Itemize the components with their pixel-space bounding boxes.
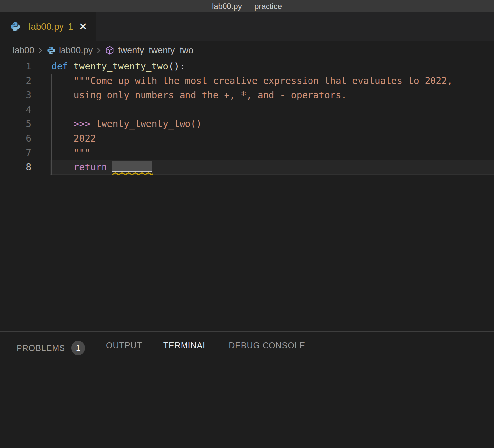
- code-line-4[interactable]: 4: [0, 103, 494, 117]
- vscode-window: lab00.py — practice lab00.py 1 ✕ lab00: [0, 0, 494, 448]
- code-line-3[interactable]: 3 using only numbers and the +, *, and -…: [0, 88, 494, 103]
- line-number: 7: [0, 147, 31, 158]
- tab-output-label: OUTPUT: [106, 341, 142, 350]
- line-number-active: 8: [0, 162, 31, 173]
- panel-tab-bar: PROBLEMS 1 OUTPUT TERMINAL DEBUG CONSOLE: [0, 332, 494, 361]
- tab-problem-count: 1: [68, 22, 73, 32]
- title-bar: lab00.py — practice: [0, 0, 494, 12]
- tab-debug-console-label: DEBUG CONSOLE: [229, 341, 305, 350]
- code-line-text: """Come up with the most creative expres…: [51, 75, 453, 86]
- code-line-text: >>> twenty_twenty_two(): [51, 118, 202, 129]
- line-number: 2: [0, 75, 31, 86]
- breadcrumb-symbol[interactable]: twenty_twenty_two: [105, 45, 193, 56]
- tab-filename: lab00.py: [29, 22, 64, 32]
- line-number: 6: [0, 133, 31, 144]
- python-icon: [10, 22, 21, 32]
- code-line-text: 2022: [51, 133, 96, 144]
- tab-output[interactable]: OUTPUT: [105, 332, 143, 356]
- code-line-1[interactable]: 1 def twenty_twenty_two():: [0, 59, 494, 74]
- symbol-cube-icon: [105, 45, 115, 55]
- problems-count-badge: 1: [71, 341, 85, 355]
- tab-terminal-label: TERMINAL: [163, 341, 208, 350]
- tab-problems[interactable]: PROBLEMS 1: [16, 332, 86, 361]
- window-title: lab00.py — practice: [212, 2, 282, 11]
- selection-placeholder-box: [112, 161, 152, 172]
- tab-lab00py[interactable]: lab00.py 1 ✕: [0, 12, 96, 41]
- python-icon: [47, 46, 56, 55]
- line-number: 5: [0, 118, 31, 129]
- code-line-6[interactable]: 6 2022: [0, 131, 494, 146]
- breadcrumb-file-label: lab00.py: [59, 45, 93, 56]
- breadcrumb-file[interactable]: lab00.py: [47, 45, 93, 56]
- chevron-right-icon: [37, 48, 42, 53]
- breadcrumb: lab00 lab00.py twenty_twenty_two: [0, 41, 494, 59]
- code-line-text: using only numbers and the +, *, and - o…: [51, 90, 347, 101]
- close-icon[interactable]: ✕: [79, 22, 87, 32]
- line-number: 3: [0, 90, 31, 101]
- breadcrumb-symbol-label: twenty_twenty_two: [118, 45, 193, 56]
- bottom-panel: PROBLEMS 1 OUTPUT TERMINAL DEBUG CONSOLE…: [0, 332, 494, 448]
- line-number: 4: [0, 104, 31, 115]
- code-line-7[interactable]: 7 """: [0, 146, 494, 160]
- code-line-5[interactable]: 5 >>> twenty_twenty_two(): [0, 117, 494, 131]
- code-line-text: def twenty_twenty_two():: [51, 61, 185, 72]
- code-line-text: return: [51, 162, 152, 173]
- code-line-text: """: [51, 147, 90, 158]
- warning-squiggle-icon: [112, 172, 153, 176]
- tab-problems-label: PROBLEMS: [17, 343, 65, 353]
- tab-terminal[interactable]: TERMINAL: [162, 332, 209, 356]
- code-line-8[interactable]: 8 return: [0, 160, 494, 175]
- breadcrumb-folder[interactable]: lab00: [13, 45, 34, 56]
- editor-tab-strip: lab00.py 1 ✕: [0, 12, 494, 41]
- chevron-right-icon: [95, 48, 101, 53]
- line-number: 1: [0, 61, 31, 72]
- tab-debug-console[interactable]: DEBUG CONSOLE: [228, 332, 306, 356]
- code-line-2[interactable]: 2 """Come up with the most creative expr…: [0, 74, 494, 88]
- code-editor[interactable]: 1 def twenty_twenty_two(): 2 """Come up …: [0, 59, 494, 331]
